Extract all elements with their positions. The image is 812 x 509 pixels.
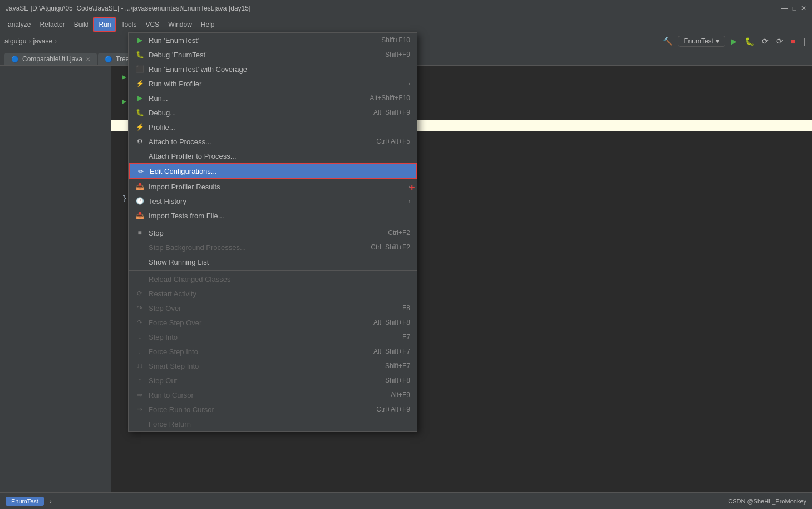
menu-label-step-into: Step Into bbox=[149, 333, 398, 341]
menu-item-run-enumtest[interactable]: ▶ Run 'EnumTest' Shift+F10 bbox=[129, 33, 417, 47]
edit-config-icon: ✏ bbox=[136, 168, 145, 175]
menu-item-force-return: Force Return bbox=[129, 417, 417, 431]
tab-comparable-util[interactable]: 🔵 ComparableUtil.java ✕ bbox=[4, 53, 97, 65]
menu-shortcut-smart-step-into: Shift+F7 bbox=[385, 362, 410, 370]
menu-label-debug-enumtest: Debug 'EnumTest' bbox=[149, 51, 381, 59]
run-icon[interactable]: ▶ bbox=[729, 36, 739, 47]
status-run-config[interactable]: EnumTest bbox=[6, 497, 44, 506]
menu-shortcut-run-to-cursor: Alt+F9 bbox=[391, 391, 410, 399]
menu-item-attach-profiler[interactable]: Attach Profiler to Process... bbox=[129, 149, 417, 163]
menu-item-debug-enumtest[interactable]: 🐛 Debug 'EnumTest' Shift+F9 bbox=[129, 47, 417, 62]
toolbar-hammer-icon[interactable]: 🔨 bbox=[661, 36, 675, 47]
step-out-icon: ↑ bbox=[135, 376, 144, 384]
profile-icon[interactable]: ⟳ bbox=[774, 36, 785, 47]
run-icon: ▶ bbox=[135, 36, 144, 44]
profiler-icon: ⚡ bbox=[135, 80, 144, 87]
run-dropdown-menu: ▶ Run 'EnumTest' Shift+F10 🐛 Debug 'Enum… bbox=[128, 32, 417, 432]
menu-item-force-run-cursor: ⇒ Force Run to Cursor Ctrl+Alt+F9 bbox=[129, 402, 417, 417]
menu-item-test-history[interactable]: 🕐 Test History › bbox=[129, 194, 417, 208]
menu-item-import-tests[interactable]: 📥 Import Tests from File... bbox=[129, 208, 417, 223]
menu-item-profile-dots[interactable]: ⚡ Profile... bbox=[129, 120, 417, 134]
menu-item-show-running[interactable]: Show Running List bbox=[129, 254, 417, 269]
coverage-icon: ⬛ bbox=[135, 65, 144, 73]
menu-item-run-profiler[interactable]: ⚡ Run with Profiler › bbox=[129, 76, 417, 91]
status-bar: EnumTest › CSDN @SheHL_ProMonkey bbox=[0, 492, 812, 509]
menu-refactor[interactable]: Refactor bbox=[35, 18, 69, 31]
profile-dots-icon: ⚡ bbox=[135, 123, 144, 131]
menu-label-test-history: Test History bbox=[149, 197, 404, 205]
tab-close-comparable-util[interactable]: ✕ bbox=[86, 56, 90, 62]
menu-item-smart-step-into: ↓↓ Smart Step Into Shift+F7 bbox=[129, 359, 417, 373]
tab-icon-tree-test: 🔵 bbox=[105, 56, 112, 63]
import-tests-icon: 📥 bbox=[135, 212, 144, 219]
tab-icon-comparable-util: 🔵 bbox=[11, 56, 19, 63]
menu-item-stop[interactable]: ■ Stop Ctrl+F2 bbox=[129, 226, 417, 240]
menu-shortcut-force-run-cursor: Ctrl+Alt+F9 bbox=[376, 405, 410, 413]
plus-sign: + bbox=[409, 182, 415, 194]
coverage-icon[interactable]: ⟳ bbox=[760, 36, 771, 47]
menu-bar: analyze Refactor Build Run Tools VCS Win… bbox=[0, 17, 812, 32]
debug-icon[interactable]: 🐛 bbox=[742, 36, 756, 47]
menu-window[interactable]: Window bbox=[164, 18, 196, 31]
menu-label-smart-step-into: Smart Step Into bbox=[149, 362, 381, 370]
menu-item-force-step-into: ↓ Force Step Into Alt+Shift+F7 bbox=[129, 344, 417, 359]
stop-menu-icon: ■ bbox=[135, 229, 144, 237]
status-arrow: › bbox=[50, 498, 52, 505]
menu-label-step-over: Step Over bbox=[149, 304, 398, 312]
stop-icon[interactable]: ■ bbox=[789, 36, 798, 47]
menu-shortcut-step-over: F8 bbox=[402, 304, 410, 312]
menu-item-import-profiler[interactable]: 📥 Import Profiler Results › bbox=[129, 179, 417, 194]
run-config-button[interactable]: EnumTest ▾ bbox=[678, 36, 725, 47]
menu-label-attach-process: Attach to Process... bbox=[149, 138, 372, 146]
title-bar: JavaSE [D:\Atguigu\05_Code\JavaSE] - ...… bbox=[0, 0, 812, 17]
menu-item-step-out: ↑ Step Out Shift+F8 bbox=[129, 373, 417, 388]
toolbar-right: 🔨 EnumTest ▾ ▶ 🐛 ⟳ ⟳ ■ | bbox=[661, 36, 808, 47]
menu-label-run-enumtest: Run 'EnumTest' bbox=[149, 36, 377, 45]
menu-run[interactable]: Run bbox=[93, 17, 116, 32]
run-gutter-icon[interactable]: ▶ bbox=[122, 73, 126, 81]
menu-item-force-step-over: ↷ Force Step Over Alt+Shift+F8 bbox=[129, 315, 417, 330]
maximize-button[interactable]: □ bbox=[793, 4, 796, 12]
menu-item-run-dots[interactable]: ▶ Run... Alt+Shift+F10 bbox=[129, 91, 417, 105]
code-brace-close2: } bbox=[122, 194, 127, 203]
menu-label-force-step-into: Force Step Into bbox=[149, 348, 369, 356]
close-button[interactable]: ✕ bbox=[801, 4, 806, 12]
force-run-cursor-icon: ⇒ bbox=[135, 405, 144, 413]
menu-shortcut-debug-dots: Alt+Shift+F9 bbox=[373, 109, 410, 116]
debug-dots-icon: 🐛 bbox=[135, 109, 144, 116]
menu-shortcut-run-dots: Alt+Shift+F10 bbox=[370, 94, 410, 102]
side-panel bbox=[0, 66, 111, 492]
menu-shortcut-force-step-over: Alt+Shift+F8 bbox=[373, 319, 410, 326]
menu-vcs[interactable]: VCS bbox=[141, 18, 164, 31]
run-dots-icon: ▶ bbox=[135, 94, 144, 102]
window-controls: — □ ✕ bbox=[781, 4, 806, 12]
status-right-text: CSDN @SheHL_ProMonkey bbox=[728, 498, 806, 505]
restart-icon: ⟳ bbox=[135, 290, 144, 297]
menu-build[interactable]: Build bbox=[70, 18, 93, 31]
menu-label-run-coverage: Run 'EnumTest' with Coverage bbox=[149, 65, 410, 74]
import-profiler-icon: 📥 bbox=[135, 183, 144, 190]
menu-item-reload-classes: Reload Changed Classes bbox=[129, 272, 417, 286]
menu-tools[interactable]: Tools bbox=[116, 18, 141, 31]
menu-analyze[interactable]: analyze bbox=[3, 18, 35, 31]
force-step-into-icon: ↓ bbox=[135, 348, 144, 355]
breadcrumb-javase: javase bbox=[33, 37, 52, 45]
run-config-chevron-icon: ▾ bbox=[716, 37, 719, 45]
menu-item-attach-process[interactable]: ⚙ Attach to Process... Ctrl+Alt+F5 bbox=[129, 134, 417, 149]
force-step-over-icon: ↷ bbox=[135, 319, 144, 326]
breadcrumb-sep2: › bbox=[55, 37, 57, 45]
menu-item-run-coverage[interactable]: ⬛ Run 'EnumTest' with Coverage bbox=[129, 62, 417, 76]
minimize-button[interactable]: — bbox=[781, 4, 788, 12]
separator-2 bbox=[129, 270, 417, 271]
menu-help[interactable]: Help bbox=[196, 18, 219, 31]
arrow-icon-profiler: › bbox=[409, 81, 410, 87]
menu-label-reload-classes: Reload Changed Classes bbox=[149, 275, 410, 283]
step-into-icon: ↓ bbox=[135, 333, 144, 341]
menu-item-edit-config[interactable]: ✏ Edit Configurations... bbox=[129, 163, 417, 179]
menu-item-debug-dots[interactable]: 🐛 Debug... Alt+Shift+F9 bbox=[129, 105, 417, 120]
menu-label-force-step-over: Force Step Over bbox=[149, 319, 369, 327]
breadcrumb-sep1: › bbox=[28, 37, 31, 45]
separator-1 bbox=[129, 224, 417, 224]
breadcrumb: atguigu › javase › bbox=[4, 37, 57, 45]
run-gutter-icon-2[interactable]: ▶ bbox=[122, 97, 126, 106]
